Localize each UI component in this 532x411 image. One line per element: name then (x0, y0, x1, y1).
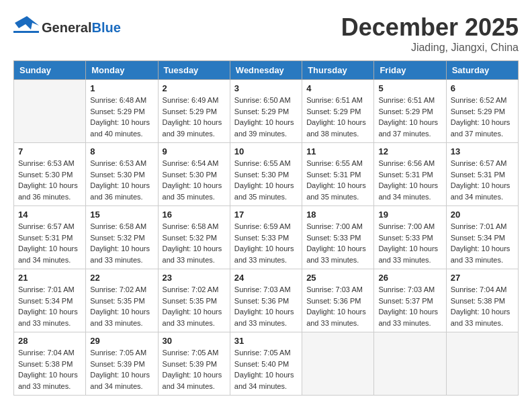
day-number: 7 (18, 146, 81, 156)
day-number: 27 (451, 273, 514, 283)
day-info: Sunrise: 7:03 AM Sunset: 5:36 PM Dayligh… (234, 284, 298, 328)
weekday-header-thursday: Thursday (302, 61, 374, 80)
day-number: 25 (306, 273, 369, 283)
day-info: Sunrise: 6:50 AM Sunset: 5:29 PM Dayligh… (234, 95, 298, 139)
day-number: 8 (90, 146, 153, 156)
calendar-week-1: 1 Sunrise: 6:48 AM Sunset: 5:29 PM Dayli… (14, 80, 519, 143)
calendar-day: 12 Sunrise: 6:56 AM Sunset: 5:31 PM Dayl… (374, 143, 446, 206)
weekday-header-row: SundayMondayTuesdayWednesdayThursdayFrid… (14, 61, 519, 80)
day-info: Sunrise: 6:58 AM Sunset: 5:32 PM Dayligh… (90, 221, 153, 265)
calendar-day: 14 Sunrise: 6:57 AM Sunset: 5:31 PM Dayl… (14, 206, 86, 269)
calendar-day: 2 Sunrise: 6:49 AM Sunset: 5:29 PM Dayli… (158, 80, 230, 143)
month-title: December 2025 (341, 13, 519, 42)
calendar-week-2: 7 Sunrise: 6:53 AM Sunset: 5:30 PM Dayli… (14, 143, 519, 206)
logo: GeneralBlue (13, 13, 121, 42)
weekday-header-sunday: Sunday (14, 61, 86, 80)
day-info: Sunrise: 6:51 AM Sunset: 5:29 PM Dayligh… (306, 95, 369, 139)
day-number: 17 (234, 210, 298, 220)
day-info: Sunrise: 7:03 AM Sunset: 5:37 PM Dayligh… (378, 284, 441, 328)
day-info: Sunrise: 7:05 AM Sunset: 5:39 PM Dayligh… (163, 347, 226, 392)
day-number: 15 (90, 210, 153, 220)
logo-icon (13, 13, 39, 42)
day-info: Sunrise: 7:01 AM Sunset: 5:34 PM Dayligh… (18, 284, 81, 328)
calendar-week-4: 21 Sunrise: 7:01 AM Sunset: 5:34 PM Dayl… (14, 269, 519, 332)
day-info: Sunrise: 6:53 AM Sunset: 5:30 PM Dayligh… (90, 158, 153, 202)
day-number: 19 (378, 210, 441, 220)
calendar-day: 13 Sunrise: 6:57 AM Sunset: 5:31 PM Dayl… (446, 143, 518, 206)
day-info: Sunrise: 7:02 AM Sunset: 5:35 PM Dayligh… (163, 284, 226, 328)
calendar-day: 23 Sunrise: 7:02 AM Sunset: 5:35 PM Dayl… (158, 269, 230, 332)
day-number: 20 (451, 210, 514, 220)
day-number: 23 (163, 273, 226, 283)
calendar-day: 30 Sunrise: 7:05 AM Sunset: 5:39 PM Dayl… (158, 332, 230, 396)
calendar-day: 27 Sunrise: 7:04 AM Sunset: 5:38 PM Dayl… (446, 269, 518, 332)
calendar-day (446, 332, 518, 396)
day-number: 24 (234, 273, 298, 283)
calendar-day: 16 Sunrise: 6:58 AM Sunset: 5:32 PM Dayl… (158, 206, 230, 269)
day-info: Sunrise: 6:58 AM Sunset: 5:32 PM Dayligh… (163, 221, 226, 265)
day-info: Sunrise: 7:05 AM Sunset: 5:39 PM Dayligh… (90, 347, 153, 392)
day-number: 3 (234, 83, 298, 93)
calendar-day: 10 Sunrise: 6:55 AM Sunset: 5:30 PM Dayl… (230, 143, 302, 206)
calendar-day: 29 Sunrise: 7:05 AM Sunset: 5:39 PM Dayl… (86, 332, 158, 396)
calendar-day: 7 Sunrise: 6:53 AM Sunset: 5:30 PM Dayli… (14, 143, 86, 206)
day-info: Sunrise: 6:55 AM Sunset: 5:31 PM Dayligh… (306, 158, 369, 202)
calendar-week-3: 14 Sunrise: 6:57 AM Sunset: 5:31 PM Dayl… (14, 206, 519, 269)
day-number: 13 (451, 146, 514, 156)
title-block: December 2025 Jiading, Jiangxi, China (341, 13, 519, 54)
day-info: Sunrise: 6:52 AM Sunset: 5:29 PM Dayligh… (451, 95, 514, 139)
calendar-day (14, 80, 86, 143)
calendar-day: 22 Sunrise: 7:02 AM Sunset: 5:35 PM Dayl… (86, 269, 158, 332)
page-header: GeneralBlue December 2025 Jiading, Jiang… (13, 13, 519, 54)
calendar-day: 28 Sunrise: 7:04 AM Sunset: 5:38 PM Dayl… (14, 332, 86, 396)
day-info: Sunrise: 6:56 AM Sunset: 5:31 PM Dayligh… (378, 158, 441, 202)
day-info: Sunrise: 6:48 AM Sunset: 5:29 PM Dayligh… (90, 95, 153, 139)
day-number: 29 (90, 336, 153, 346)
calendar-day (374, 332, 446, 396)
day-info: Sunrise: 7:01 AM Sunset: 5:34 PM Dayligh… (451, 221, 514, 265)
calendar-day: 17 Sunrise: 6:59 AM Sunset: 5:33 PM Dayl… (230, 206, 302, 269)
calendar-day: 9 Sunrise: 6:54 AM Sunset: 5:30 PM Dayli… (158, 143, 230, 206)
day-info: Sunrise: 7:00 AM Sunset: 5:33 PM Dayligh… (306, 221, 369, 265)
day-info: Sunrise: 6:55 AM Sunset: 5:30 PM Dayligh… (234, 158, 298, 202)
day-number: 1 (90, 83, 153, 93)
day-info: Sunrise: 7:03 AM Sunset: 5:36 PM Dayligh… (306, 284, 369, 328)
weekday-header-monday: Monday (86, 61, 158, 80)
day-info: Sunrise: 6:57 AM Sunset: 5:31 PM Dayligh… (451, 158, 514, 202)
calendar-day: 8 Sunrise: 6:53 AM Sunset: 5:30 PM Dayli… (86, 143, 158, 206)
calendar-day: 21 Sunrise: 7:01 AM Sunset: 5:34 PM Dayl… (14, 269, 86, 332)
day-info: Sunrise: 7:05 AM Sunset: 5:40 PM Dayligh… (234, 347, 298, 392)
calendar-day: 6 Sunrise: 6:52 AM Sunset: 5:29 PM Dayli… (446, 80, 518, 143)
calendar-table: SundayMondayTuesdayWednesdayThursdayFrid… (13, 60, 519, 396)
day-number: 31 (234, 336, 298, 346)
calendar-day: 4 Sunrise: 6:51 AM Sunset: 5:29 PM Dayli… (302, 80, 374, 143)
day-number: 22 (90, 273, 153, 283)
calendar-day: 18 Sunrise: 7:00 AM Sunset: 5:33 PM Dayl… (302, 206, 374, 269)
logo-text: GeneralBlue (42, 20, 121, 35)
calendar-day: 5 Sunrise: 6:51 AM Sunset: 5:29 PM Dayli… (374, 80, 446, 143)
day-info: Sunrise: 7:00 AM Sunset: 5:33 PM Dayligh… (378, 221, 441, 265)
location: Jiading, Jiangxi, China (341, 42, 519, 54)
day-number: 10 (234, 146, 298, 156)
day-number: 2 (163, 83, 226, 93)
day-number: 6 (451, 83, 514, 93)
day-info: Sunrise: 6:49 AM Sunset: 5:29 PM Dayligh… (163, 95, 226, 139)
calendar-day: 3 Sunrise: 6:50 AM Sunset: 5:29 PM Dayli… (230, 80, 302, 143)
day-info: Sunrise: 6:51 AM Sunset: 5:29 PM Dayligh… (378, 95, 441, 139)
day-number: 16 (163, 210, 226, 220)
day-number: 5 (378, 83, 441, 93)
day-info: Sunrise: 7:04 AM Sunset: 5:38 PM Dayligh… (18, 347, 81, 392)
calendar-day: 1 Sunrise: 6:48 AM Sunset: 5:29 PM Dayli… (86, 80, 158, 143)
day-number: 4 (306, 83, 369, 93)
calendar-day: 19 Sunrise: 7:00 AM Sunset: 5:33 PM Dayl… (374, 206, 446, 269)
svg-marker-0 (15, 16, 39, 30)
day-info: Sunrise: 7:02 AM Sunset: 5:35 PM Dayligh… (90, 284, 153, 328)
calendar-day: 11 Sunrise: 6:55 AM Sunset: 5:31 PM Dayl… (302, 143, 374, 206)
calendar-day: 15 Sunrise: 6:58 AM Sunset: 5:32 PM Dayl… (86, 206, 158, 269)
weekday-header-friday: Friday (374, 61, 446, 80)
calendar-day: 25 Sunrise: 7:03 AM Sunset: 5:36 PM Dayl… (302, 269, 374, 332)
calendar-day: 24 Sunrise: 7:03 AM Sunset: 5:36 PM Dayl… (230, 269, 302, 332)
day-number: 18 (306, 210, 369, 220)
day-info: Sunrise: 6:57 AM Sunset: 5:31 PM Dayligh… (18, 221, 81, 265)
day-number: 14 (18, 210, 81, 220)
